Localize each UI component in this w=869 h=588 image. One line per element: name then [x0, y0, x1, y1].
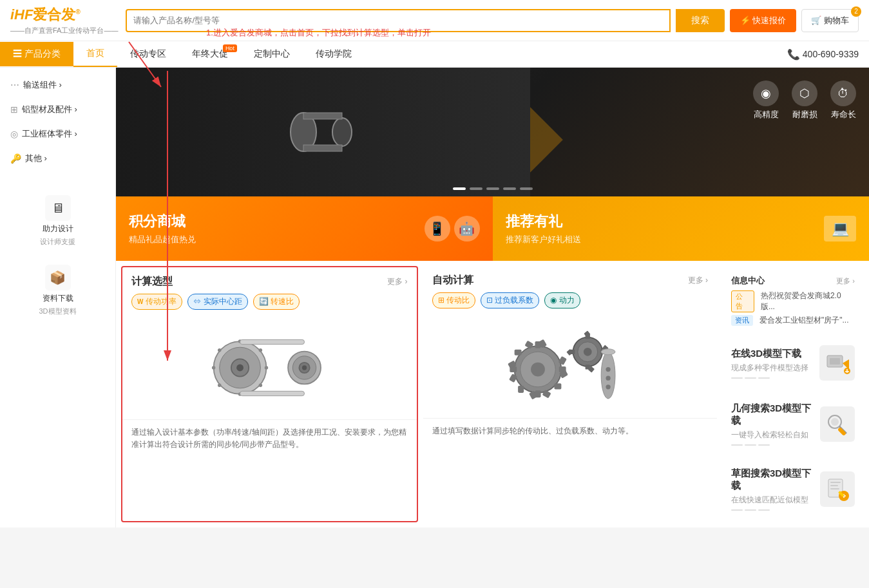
auto-card-desc: 通过填写数据计算同步轮的传动比、过负载系数、动力等。 [423, 418, 718, 444]
banner-dot-4[interactable] [503, 187, 516, 190]
svg-point-28 [531, 363, 545, 377]
promo-left-icon2: 🤖 [454, 216, 480, 242]
banner-dot-2[interactable] [470, 187, 482, 190]
cards-row: 计算选型 更多 › W 传动功率 ⇔ 实际中心距 🔄 转速比 [116, 261, 869, 527]
quick-quote-button[interactable]: ⚡ 快速报价 [730, 9, 797, 32]
step-annotation: 1.进入爱合发商城，点击首页，下拉找到计算选型，单击打开 [206, 27, 431, 39]
svg-point-15 [259, 384, 262, 387]
info-tag-notice: 公告 [731, 290, 754, 312]
promo-right[interactable]: 推荐有礼 推荐新客户好礼相送 💻 [493, 196, 870, 261]
auto-card-header: 自动计算 更多 › [423, 266, 718, 292]
sidebar-item-conveyor[interactable]: ⋯ 输送组件 › [0, 73, 115, 97]
svg-rect-43 [518, 386, 524, 393]
svg-rect-7 [303, 145, 342, 151]
center-content: ◉ 高精度 ⬡ 耐磨损 ⏱ 寿命长 [116, 68, 869, 527]
banner-dot-1[interactable] [453, 187, 466, 190]
download-helper-card[interactable]: 📦 资料下载 3D模型资料 [5, 258, 110, 323]
frame-icon: ◎ [10, 129, 18, 139]
download-card-geo[interactable]: 几何搜索3D模型下载 一键导入检索轻松自如 [722, 394, 864, 455]
svg-point-58 [606, 376, 610, 381]
other-icon: 🔑 [10, 153, 21, 164]
download-dots-2 [731, 444, 820, 446]
calc-card-image [122, 316, 417, 419]
cart-badge: 2 [851, 6, 861, 17]
svg-point-55 [601, 352, 615, 399]
design-icon: 🖥 [45, 195, 71, 221]
calc-card: 计算选型 更多 › W 传动功率 ⇔ 实际中心距 🔄 转速比 [121, 266, 418, 522]
promo-right-title: 推荐有礼 [506, 212, 581, 231]
auto-tag-power[interactable]: ◉ 动力 [544, 292, 580, 308]
calc-card-more[interactable]: 更多 › [387, 276, 407, 287]
nav-item-academy[interactable]: 传动学院 [303, 42, 365, 66]
promo-right-subtitle: 推荐新客户好礼相送 [506, 234, 581, 245]
promo-left-icon1: 📱 [425, 216, 450, 242]
calc-card-tags: W 传动功率 ⇔ 实际中心距 🔄 转速比 [122, 294, 417, 316]
right-panel: 信息中心 更多 › 公告 热烈祝贺爱合发商城2.0版... 资讯 爱合发工业铝型… [722, 266, 864, 522]
nav-item-custom[interactable]: 定制中心 [241, 42, 303, 66]
calc-tag-ratio[interactable]: 🔄 转速比 [253, 294, 300, 310]
info-center-more[interactable]: 更多 › [836, 276, 855, 286]
nav-phone: 📞 400-690-9339 [777, 42, 869, 67]
calc-tag-distance[interactable]: ⇔ 实际中心距 [187, 294, 247, 310]
conveyor-icon: ⋯ [10, 80, 19, 90]
info-tag-news: 资讯 [731, 315, 753, 326]
auto-card-image [423, 315, 718, 418]
auto-card-more[interactable]: 更多 › [688, 275, 708, 286]
calc-card-desc: 通过输入设计基本参数（功率/转速/轴间距）及选择使用工况、安装要求，为您精准计算… [122, 419, 417, 457]
promo-row: 积分商城 精品礼品超值热兑 📱 🤖 推荐有礼 推荐新客户好礼相送 💻 [116, 196, 869, 261]
banner-features: ◉ 高精度 ⬡ 耐磨损 ⏱ 寿命长 [753, 81, 856, 120]
download-title-1: 在线3D模型下载 [731, 348, 808, 360]
svg-point-17 [218, 384, 221, 387]
svg-point-57 [606, 367, 610, 372]
hot-badge: Hot [223, 44, 237, 52]
svg-rect-6 [303, 113, 342, 119]
banner: ◉ 高精度 ⬡ 耐磨损 ⏱ 寿命长 [116, 68, 869, 196]
download-icon: 📦 [45, 265, 71, 290]
svg-rect-40 [514, 350, 521, 356]
download-card-online[interactable]: 在线3D模型下载 现成多种零件模型选择 [722, 336, 864, 390]
info-center-card: 信息中心 更多 › 公告 热烈祝贺爱合发商城2.0版... 资讯 爱合发工业铝型… [722, 269, 864, 332]
download-dots-1 [731, 377, 808, 379]
auto-tag-ratio[interactable]: ⊞ 传动比 [432, 292, 475, 308]
download-icon-2 [820, 406, 855, 442]
download-card-sketch[interactable]: 草图搜索3D模型下载 在线快速匹配近似模型 [722, 459, 864, 520]
promo-left[interactable]: 积分商城 精品礼品超值热兑 📱 🤖 [116, 196, 493, 261]
svg-rect-25 [240, 391, 305, 395]
info-center-title: 信息中心 [731, 275, 765, 287]
svg-rect-72 [830, 485, 838, 486]
nav-item-drive[interactable]: 传动专区 [117, 42, 179, 66]
promo-left-title: 积分商城 [129, 212, 196, 231]
calc-tag-power[interactable]: W 传动功率 [131, 294, 182, 310]
belt-illustration [205, 323, 334, 413]
auto-tag-overload[interactable]: ⊡ 过负载系数 [481, 292, 539, 308]
nav-item-promo[interactable]: 年终大促 Hot [179, 42, 241, 66]
promo-left-subtitle: 精品礼品超值热兑 [129, 234, 196, 245]
design-helper-card[interactable]: 🖥 助力设计 设计师支援 [5, 189, 110, 253]
svg-point-56 [601, 349, 615, 355]
svg-point-23 [302, 365, 307, 370]
product-category-button[interactable]: ☰ 产品分类 [0, 42, 73, 66]
svg-point-19 [218, 348, 221, 352]
feature-wear: ⬡ 耐磨损 [792, 81, 817, 120]
info-text-2: 爱合发工业铝型材"房子"... [759, 315, 849, 326]
calc-card-title: 计算选型 [131, 275, 173, 289]
download-sub-3: 在线快速匹配近似模型 [731, 495, 820, 506]
banner-belt-icon [284, 100, 361, 164]
search-button[interactable]: 搜索 [676, 9, 725, 32]
sidebar-item-aluminum[interactable]: ⊞ 铝型材及配件 › [0, 97, 115, 122]
svg-rect-24 [240, 339, 305, 344]
svg-point-46 [584, 348, 592, 356]
banner-dot-3[interactable] [486, 187, 499, 190]
nav-item-home[interactable]: 首页 [73, 41, 117, 67]
auto-card-tags: ⊞ 传动比 ⊡ 过负载系数 ◉ 动力 [423, 292, 718, 315]
svg-point-67 [831, 418, 839, 426]
sidebar: ⋯ 输送组件 › ⊞ 铝型材及配件 › ◎ 工业框体零件 › 🔑 其他 › 🖥 [0, 68, 116, 527]
gears-illustration [506, 321, 635, 412]
sidebar-item-frame[interactable]: ◎ 工业框体零件 › [0, 122, 115, 146]
download-dots-3 [731, 509, 820, 511]
banner-dot-5[interactable] [520, 187, 533, 190]
svg-point-5 [332, 118, 352, 146]
cart-button[interactable]: 🛒 购物车 2 [801, 9, 859, 32]
sidebar-item-other[interactable]: 🔑 其他 › [0, 146, 115, 171]
info-item-2: 资讯 爱合发工业铝型材"房子"... [731, 315, 855, 326]
